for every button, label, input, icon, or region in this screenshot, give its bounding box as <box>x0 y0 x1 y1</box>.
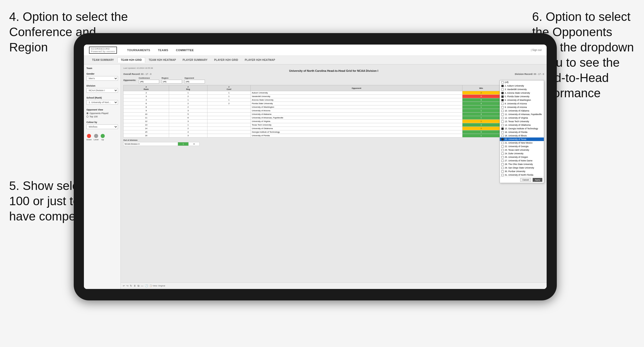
cell-reg: 2 <box>169 102 207 105</box>
dropdown-item[interactable]: 23. Texas A&M University <box>500 148 544 152</box>
toolbar-undo[interactable]: ↩ <box>123 284 125 287</box>
dropdown-item[interactable]: 21. University of New Mexico <box>500 141 544 145</box>
nav-committee[interactable]: COMMITTEE <box>176 49 194 52</box>
dropdown-item[interactable]: 9. University of Arizona <box>500 105 544 109</box>
dropdown-item[interactable]: 12. University of Virginia <box>500 116 544 120</box>
dropdown-item[interactable]: 3. Vanderbilt University <box>500 88 544 91</box>
nav-teams[interactable]: TEAMS <box>158 49 168 52</box>
cell-win: 1 <box>462 105 500 109</box>
dropdown-item[interactable]: 30. Purdue University <box>500 170 544 173</box>
table-row: 11 6 University of Arkansas, Fayettevill… <box>124 116 544 120</box>
nav-tournaments[interactable]: TOURNAMENTS <box>127 49 150 52</box>
dropdown-item-label: 22. University of Georgia <box>505 145 529 148</box>
tab-player-summary[interactable]: PLAYER SUMMARY <box>179 58 211 62</box>
dropdown-checkbox <box>501 106 504 108</box>
school-select[interactable]: 1. University of Nort... <box>86 100 118 105</box>
legend-dot-down <box>87 134 91 138</box>
dropdown-item[interactable]: 20. University of Texas <box>500 137 544 141</box>
tab-team-h2h-grid[interactable]: TEAM H2H GRID <box>117 57 145 63</box>
cell-conf: 2 <box>207 102 250 105</box>
toolbar-redo[interactable]: ↪ <box>126 284 128 287</box>
toolbar-clock[interactable]: 🕐 <box>145 284 148 287</box>
dropdown-item[interactable]: 22. University of Georgia <box>500 145 544 148</box>
toolbar-pause[interactable]: ⏸ <box>133 284 136 287</box>
opponent-dropdown[interactable]: (All)2. Auburn University3. Vanderbilt U… <box>500 80 544 183</box>
legend: Down Level Up <box>86 134 118 141</box>
dropdown-item[interactable]: 8. University of Arizona <box>500 102 544 105</box>
dropdown-checkbox <box>501 131 504 133</box>
dropdown-checkbox <box>501 145 504 148</box>
cell-rank: 8 <box>124 105 169 109</box>
region-select[interactable]: (All) <box>162 80 182 84</box>
dropdown-item[interactable]: 14. University of Oklahoma <box>500 123 544 127</box>
dropdown-item[interactable]: 27. University of Notre Dame <box>500 159 544 162</box>
opponent-select[interactable]: (All) <box>185 80 205 84</box>
dropdown-item-label: 14. University of Oklahoma <box>505 124 531 126</box>
conference-filter: Conference (All) <box>139 77 159 84</box>
out-of-division-table: NCAA Division II 1 0 <box>123 142 200 146</box>
dropdown-item[interactable]: 18. University of Illinois <box>500 134 544 137</box>
dropdown-item-label: 20. University of Texas <box>505 138 526 141</box>
cell-rank: 10 <box>124 113 169 116</box>
dropdown-item[interactable]: 13. Texas Tech University <box>500 120 544 123</box>
table-body: 2 1 1 Auburn University 2 1 3 2 1 Vander… <box>124 91 544 137</box>
tab-player-h2h-grid[interactable]: PLAYER H2H GRID <box>211 58 241 62</box>
cell-reg: 3 <box>169 120 207 123</box>
cell-opponent: Vanderbilt University <box>251 95 462 98</box>
table-header-row: #Rank #Reg #Conf Opponent Win Loss <box>124 85 544 91</box>
dropdown-item[interactable]: 16. University of Florida <box>500 130 544 134</box>
tab-player-h2h-heatmap[interactable]: PLAYER H2H HEATMAP <box>242 58 278 62</box>
toolbar-dash[interactable]: — <box>141 284 143 287</box>
dropdown-item[interactable]: 31. University of North Florida <box>500 173 544 177</box>
cancel-button[interactable]: Cancel <box>520 178 531 182</box>
dropdown-item[interactable]: 15. Georgia Institute of Technology <box>500 127 544 130</box>
dropdown-item[interactable]: 24. Duke University <box>500 152 544 155</box>
division-section: Division NCAA Division I <box>86 85 118 93</box>
cell-rank: 12 <box>124 120 169 123</box>
dropdown-checkbox <box>501 103 504 105</box>
dropdown-item[interactable]: 10. University of Alabama <box>500 109 544 113</box>
cell-conf <box>207 134 250 137</box>
legend-down: Down <box>86 134 92 141</box>
team-label: Team <box>86 67 118 70</box>
main-nav: TOURNAMENTS TEAMS COMMITTEE <box>127 49 194 52</box>
toolbar-refresh[interactable]: ↻ <box>130 284 132 287</box>
cell-win: 5 <box>462 130 500 134</box>
cell-conf <box>207 116 250 120</box>
division-select[interactable]: NCAA Division I <box>86 88 118 93</box>
conference-select[interactable]: (All) <box>139 80 159 84</box>
colour-by-select[interactable]: Win/loss <box>86 124 118 129</box>
app-header: SCOREBOARD Powered by xxxxxx TOURNAMENTS… <box>84 45 547 56</box>
dropdown-item[interactable]: 25. University of Oregon <box>500 155 544 159</box>
out-of-division: Out of division NCAA Division II 1 0 <box>123 139 544 146</box>
opponent-view-section: Opponent View Opponents Played Top 100 <box>86 108 118 118</box>
radio-opponents-played[interactable]: Opponents Played <box>86 112 118 115</box>
tab-team-summary[interactable]: TEAM SUMMARY <box>89 58 117 62</box>
dropdown-item[interactable]: 4. Arizona State University <box>500 91 544 95</box>
dropdown-item[interactable]: (All) <box>500 80 544 84</box>
radio-top100[interactable]: Top 100 <box>86 115 118 118</box>
cell-opponent: University of Alabama <box>251 113 462 116</box>
last-updated: Last Updated: 4/1/2024 16:55:38 <box>123 67 544 69</box>
th-conf: #Conf <box>207 85 250 91</box>
dropdown-item-label: 29. San Diego State University <box>505 166 534 169</box>
toolbar-copy[interactable]: ⧉ <box>138 284 139 287</box>
dropdown-item[interactable]: 2. Auburn University <box>500 84 544 88</box>
overall-record: Overall Record: 89 - 17 - 0 <box>123 73 152 75</box>
division-record: Division Record: 88 - 17 - 0 <box>515 73 544 75</box>
sign-out[interactable]: | Sign out <box>531 49 542 51</box>
apply-button[interactable]: Apply <box>533 178 542 182</box>
dropdown-item[interactable]: 6. University of Washington <box>500 98 544 102</box>
cell-conf: 1 <box>207 98 250 102</box>
dropdown-item[interactable]: 29. San Diego State University <box>500 166 544 170</box>
tab-team-h2h-heatmap[interactable]: TEAM H2H HEATMAP <box>146 58 179 62</box>
table-row: 13 1 Texas Tech University 3 0 <box>124 123 544 127</box>
cell-reg: 2 <box>169 105 207 109</box>
cell-conf <box>207 109 250 113</box>
gender-select[interactable]: Men's <box>86 76 118 81</box>
dropdown-checkbox <box>501 142 504 144</box>
dropdown-item[interactable]: 11. University of Arkansas, Fayetteville <box>500 113 544 116</box>
dropdown-item[interactable]: 28. The Ohio State University <box>500 162 544 166</box>
dropdown-item[interactable]: 5. Florida State University <box>500 95 544 98</box>
cell-conf <box>207 105 250 109</box>
